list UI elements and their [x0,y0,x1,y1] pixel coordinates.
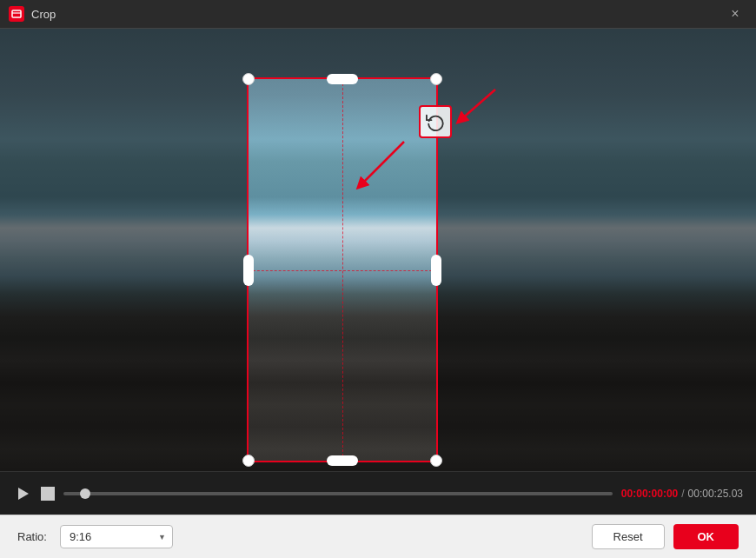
app-icon [9,6,24,22]
video-area [0,29,756,471]
handle-top-right[interactable] [430,73,442,85]
handle-right[interactable] [431,255,441,286]
ok-button[interactable]: OK [673,524,739,549]
title-bar-left: Crop [9,6,56,22]
close-button[interactable]: × [723,4,747,23]
seek-bar[interactable] [63,492,613,495]
playback-bar: 00:00:00:00 / 00:00:25.03 [0,471,756,515]
handle-bottom-left[interactable] [242,455,255,467]
bottom-bar-right: Reset OK [592,524,739,549]
overlay-right [438,77,756,462]
reset-button[interactable]: Reset [592,524,665,549]
crop-box[interactable] [247,77,438,462]
svg-rect-0 [12,10,21,17]
current-time: 00:00:00:00 [621,488,678,500]
overlay-top [0,29,756,77]
overlay-bottom [0,462,756,471]
handle-bottom-right[interactable] [430,455,442,467]
bottom-bar: Ratio: 9:16 16:9 4:3 3:4 1:1 Custom Rese… [0,515,756,558]
overlay-left [0,77,247,462]
ratio-label: Ratio: [17,530,47,543]
time-display: 00:00:00:00 / 00:00:25.03 [621,488,743,500]
ratio-select[interactable]: 9:16 16:9 4:3 3:4 1:1 Custom [60,525,173,548]
seek-thumb[interactable] [80,488,90,499]
total-time: 00:00:25.03 [688,488,743,500]
handle-top[interactable] [327,74,358,84]
window-title: Crop [31,8,56,21]
time-separator: / [681,488,684,500]
play-icon [15,486,30,502]
rotate-icon [426,112,445,131]
rotate-button[interactable] [419,105,452,138]
handle-bottom[interactable] [327,455,358,466]
ratio-select-wrapper[interactable]: 9:16 16:9 4:3 3:4 1:1 Custom [60,525,173,548]
stop-button[interactable] [41,487,55,501]
crop-center-vertical [342,79,343,461]
handle-left[interactable] [243,255,254,286]
svg-marker-6 [18,488,29,500]
handle-top-left[interactable] [242,73,255,85]
title-bar: Crop × [0,0,756,29]
play-button[interactable] [13,484,32,503]
